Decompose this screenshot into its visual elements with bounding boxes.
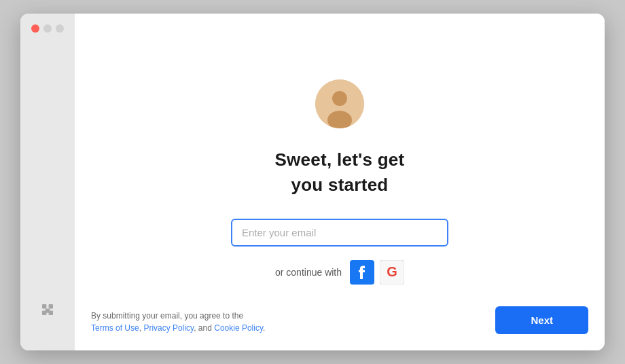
cookie-link[interactable]: Cookie Policy [214, 323, 263, 333]
svg-rect-0 [42, 304, 46, 308]
or-continue-row: or continue with G [275, 260, 404, 285]
svg-rect-3 [42, 311, 46, 315]
facebook-button[interactable] [350, 260, 374, 285]
main-content: Sweet, let's get you started or continue… [75, 14, 605, 350]
footer-text: By submitting your email, you agree to t… [91, 310, 265, 334]
main-heading: Sweet, let's get you started [275, 147, 405, 197]
avatar [315, 79, 364, 128]
svg-text:G: G [387, 264, 397, 279]
minimize-button[interactable] [43, 24, 52, 33]
traffic-lights [31, 24, 64, 33]
footer-and: , and [194, 323, 212, 333]
or-continue-text: or continue with [275, 267, 342, 278]
social-icons: G [350, 260, 404, 285]
close-button[interactable] [31, 24, 39, 33]
sidebar [20, 14, 75, 350]
svg-point-6 [332, 91, 347, 106]
avatar-container [315, 79, 364, 128]
app-window: Sweet, let's get you started or continue… [20, 14, 605, 350]
privacy-link[interactable]: Privacy Policy [143, 323, 194, 333]
footer-pre-text: By submitting your email, you agree to t… [91, 311, 243, 321]
next-button[interactable]: Next [495, 306, 588, 334]
email-input[interactable] [231, 219, 448, 247]
maximize-button[interactable] [56, 24, 64, 33]
svg-rect-4 [49, 311, 53, 315]
svg-rect-1 [49, 304, 53, 308]
footer-area: By submitting your email, you agree to t… [91, 306, 588, 334]
dropbox-logo [37, 299, 58, 323]
terms-link[interactable]: Terms of Use [91, 323, 139, 333]
google-button[interactable]: G [380, 260, 404, 285]
